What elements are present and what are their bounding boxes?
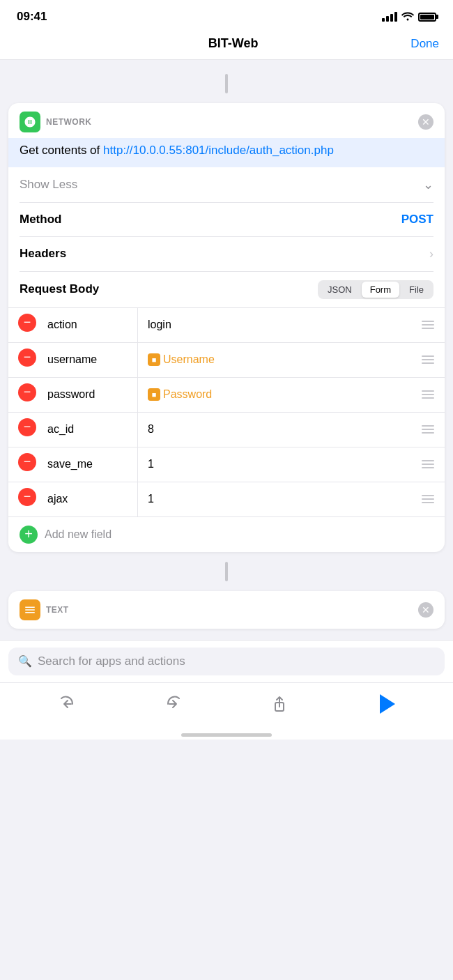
search-bar[interactable]: 🔍 Search for apps and actions bbox=[8, 648, 445, 675]
delete-password-button[interactable]: − bbox=[18, 383, 40, 406]
field-value-password[interactable]: ■ Password bbox=[138, 380, 420, 409]
back-button[interactable] bbox=[53, 690, 81, 718]
add-field-button[interactable]: + bbox=[20, 526, 38, 544]
table-row: − save_me 1 bbox=[8, 447, 445, 482]
field-key-ajax: ajax bbox=[47, 482, 138, 516]
done-button[interactable]: Done bbox=[410, 37, 439, 51]
bottom-toolbar bbox=[0, 682, 453, 729]
delete-acid-button[interactable]: − bbox=[18, 418, 40, 441]
network-icon bbox=[20, 112, 40, 132]
show-less-label: Show Less bbox=[20, 178, 77, 192]
chevron-down-icon: ⌄ bbox=[423, 177, 433, 192]
nav-bar: BIT-Web Done bbox=[0, 29, 453, 60]
battery-icon bbox=[418, 13, 436, 22]
add-field-label: Add new field bbox=[45, 528, 112, 541]
play-icon bbox=[380, 694, 395, 714]
variable-badge-username: ■ Username bbox=[148, 353, 215, 366]
table-row: − ajax 1 bbox=[8, 482, 445, 516]
network-card-header: NETWORK ✕ bbox=[8, 103, 445, 138]
search-bar-container: 🔍 Search for apps and actions bbox=[0, 640, 453, 682]
headers-row[interactable]: Headers › bbox=[8, 237, 445, 271]
tab-form[interactable]: Form bbox=[362, 282, 399, 298]
field-key-action: action bbox=[47, 308, 138, 342]
forward-button[interactable] bbox=[160, 690, 187, 718]
text-badge-label: TEXT bbox=[46, 605, 69, 615]
variable-badge-password: ■ Password bbox=[148, 388, 212, 401]
play-button[interactable] bbox=[372, 690, 400, 718]
headers-label: Headers bbox=[20, 247, 66, 261]
drag-handle-ajax bbox=[420, 495, 436, 503]
variable-name-password: Password bbox=[163, 388, 212, 401]
connector-middle bbox=[8, 559, 445, 584]
search-icon: 🔍 bbox=[18, 654, 32, 668]
url-link[interactable]: http://10.0.0.55:801/include/auth_action… bbox=[103, 144, 334, 157]
field-value-acid[interactable]: 8 bbox=[138, 415, 420, 444]
drag-handle-username bbox=[420, 355, 436, 364]
network-close-button[interactable]: ✕ bbox=[418, 114, 433, 130]
nav-title: BIT-Web bbox=[208, 36, 259, 51]
method-value: POST bbox=[401, 213, 433, 227]
network-badge-label: NETWORK bbox=[46, 117, 92, 127]
table-row: − password ■ Password bbox=[8, 377, 445, 412]
delete-ajax-button[interactable]: − bbox=[18, 488, 40, 510]
table-row: − action login bbox=[8, 307, 445, 342]
method-label: Method bbox=[20, 213, 61, 227]
main-content: NETWORK ✕ Get contents of http://10.0.0.… bbox=[0, 60, 453, 640]
tab-json[interactable]: JSON bbox=[319, 282, 360, 298]
delete-action-button[interactable]: − bbox=[18, 314, 40, 336]
field-key-username: username bbox=[47, 343, 138, 377]
request-body-tab-group: JSON Form File bbox=[318, 280, 433, 299]
drag-handle-action bbox=[420, 321, 436, 329]
delete-username-button[interactable]: − bbox=[18, 349, 40, 371]
headers-chevron-icon: › bbox=[429, 247, 433, 261]
tab-file[interactable]: File bbox=[401, 282, 432, 298]
request-body-header: Request Body JSON Form File bbox=[8, 272, 445, 307]
add-new-field-row[interactable]: + Add new field bbox=[8, 516, 445, 552]
network-card: NETWORK ✕ Get contents of http://10.0.0.… bbox=[8, 103, 445, 552]
delete-saveme-button[interactable]: − bbox=[18, 453, 40, 475]
field-value-username[interactable]: ■ Username bbox=[138, 345, 420, 374]
signal-bars-icon bbox=[382, 12, 397, 22]
drag-handle-acid bbox=[420, 425, 436, 434]
method-row[interactable]: Method POST bbox=[8, 203, 445, 236]
variable-icon: ■ bbox=[148, 353, 160, 366]
text-card-header: TEXT ✕ bbox=[8, 591, 445, 629]
url-row: Get contents of http://10.0.0.55:801/inc… bbox=[8, 138, 445, 167]
request-body-label: Request Body bbox=[20, 282, 99, 296]
home-indicator bbox=[0, 729, 453, 740]
home-bar bbox=[181, 733, 272, 737]
field-key-password: password bbox=[47, 378, 138, 412]
text-close-button[interactable]: ✕ bbox=[418, 602, 433, 618]
variable-name-username: Username bbox=[163, 353, 215, 366]
variable-icon-password: ■ bbox=[148, 388, 160, 401]
show-less-button[interactable]: Show Less ⌄ bbox=[8, 167, 445, 202]
search-input[interactable]: Search for apps and actions bbox=[38, 654, 185, 668]
wifi-icon bbox=[401, 11, 414, 23]
text-card: TEXT ✕ bbox=[8, 591, 445, 629]
drag-handle-password bbox=[420, 390, 436, 399]
field-key-saveme: save_me bbox=[47, 447, 138, 482]
table-row: − username ■ Username bbox=[8, 342, 445, 377]
share-button[interactable] bbox=[266, 690, 293, 718]
status-icons bbox=[382, 11, 436, 23]
drag-handle-saveme bbox=[420, 460, 436, 468]
url-row-text: Get contents of http://10.0.0.55:801/inc… bbox=[20, 142, 433, 159]
field-key-acid: ac_id bbox=[47, 413, 138, 447]
text-icon bbox=[20, 599, 40, 620]
table-row: − ac_id 8 bbox=[8, 412, 445, 447]
field-value-ajax[interactable]: 1 bbox=[138, 484, 420, 514]
connector-top bbox=[8, 71, 445, 96]
field-value-action[interactable]: login bbox=[138, 310, 420, 339]
status-time: 09:41 bbox=[17, 10, 47, 24]
field-value-saveme[interactable]: 1 bbox=[138, 450, 420, 479]
status-bar: 09:41 bbox=[0, 0, 453, 29]
